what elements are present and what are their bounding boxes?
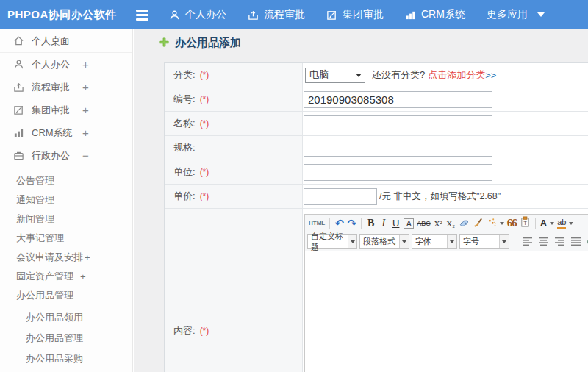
html-source-button[interactable]: HTML (307, 216, 326, 231)
price-format-hint: /元 非中文，如填写格式"2.68" (379, 190, 501, 203)
nav-workflow-approval[interactable]: 流程审批 (248, 8, 305, 21)
clear-format-button[interactable] (485, 216, 506, 231)
brush-icon (473, 217, 484, 230)
superscript-button[interactable]: X² (432, 216, 445, 231)
price-input[interactable] (304, 188, 377, 205)
collapse-minus-icon[interactable]: − (80, 290, 86, 301)
add-category-arrows[interactable]: >> (485, 70, 496, 81)
font-family-select[interactable]: 字体 (412, 234, 457, 249)
required-mark: (*) (200, 118, 209, 129)
required-mark: (*) (200, 326, 209, 336)
caret-down-icon (500, 222, 504, 225)
supplies-add-form: 分类: (*) 电脑 还没有分类? 点击添加分类 >> 编号: (*) (164, 62, 588, 372)
edit-icon (326, 10, 337, 21)
home-icon (12, 35, 25, 46)
nav-more-apps[interactable]: 更多应用 (487, 8, 545, 21)
align-justify-button[interactable] (569, 235, 583, 249)
sidebar-subitem-announcement-mgmt[interactable]: 公告管理 (0, 171, 132, 190)
sidebar-subitem-notice-mgmt[interactable]: 通知管理 (0, 190, 132, 210)
nav-label: 流程审批 (264, 8, 305, 21)
sidebar-subitem-events-mgmt[interactable]: 大事记管理 (0, 229, 132, 248)
expand-plus-icon[interactable]: + (80, 271, 86, 282)
collapse-minus-icon[interactable]: − (82, 149, 89, 162)
align-left-button[interactable] (520, 235, 534, 249)
menu-toggle-icon[interactable] (135, 7, 150, 24)
sidebar-item-desktop[interactable]: 个人桌面 (0, 29, 132, 53)
sidebar-subitem-supplies-purchase[interactable]: 办公用品采购 (15, 348, 132, 369)
nav-crm-system[interactable]: CRM系统 (405, 8, 465, 21)
sidebar-subitem-supplies-stock[interactable]: 办公用品库存 (15, 369, 132, 372)
sidebar-item-workflow-approval[interactable]: 流程审批 + (0, 76, 132, 99)
spec-input[interactable] (304, 140, 492, 157)
clipboard-icon: T (520, 216, 531, 230)
redo-button[interactable]: ↷ (345, 216, 358, 231)
select-caret-icon (348, 235, 356, 248)
align-center-button[interactable] (537, 235, 551, 249)
category-select[interactable]: 电脑 (305, 68, 365, 83)
main-content: 办公用品添加 分类: (*) 电脑 还没有分类? 点击添加分类 >> 编号: (134, 29, 588, 372)
sidebar-subitem-news-mgmt[interactable]: 新闻管理 (0, 210, 132, 229)
nav-group-approval[interactable]: 集团审批 (326, 8, 384, 21)
person-icon (169, 10, 180, 21)
font-size-select[interactable]: 字号 (459, 234, 509, 249)
expand-plus-icon[interactable]: + (85, 252, 90, 263)
add-category-link[interactable]: 点击添加分类 (428, 68, 485, 82)
sidebar: 个人桌面 个人办公 + 流程审批 + 集团审批 + CRM系统 + 行政办公 −… (0, 29, 133, 372)
top-navigation: 个人办公 流程审批 集团审批 CRM系统 更多应用 (169, 8, 545, 21)
format-brush-button[interactable] (471, 216, 485, 231)
bold-button[interactable]: B (365, 216, 377, 231)
underline-button[interactable]: U (390, 216, 402, 231)
name-input[interactable] (304, 115, 492, 132)
admin-office-submenu: 公告管理 通知管理 新闻管理 大事记管理 会议申请及安排+ 固定资产管理+ 办公… (0, 171, 132, 372)
nav-personal-office[interactable]: 个人办公 (169, 8, 226, 21)
select-caret-icon (356, 74, 362, 77)
autoformat-button[interactable]: A (402, 216, 415, 231)
add-plus-icon (159, 37, 169, 50)
link-button[interactable] (585, 235, 588, 249)
sidebar-item-personal-office[interactable]: 个人办公 + (0, 53, 132, 76)
sidebar-item-crm[interactable]: CRM系统 + (0, 121, 132, 144)
italic-button[interactable]: I (377, 216, 390, 231)
strikethrough-button[interactable]: ABC (415, 216, 432, 231)
sidebar-item-label: 行政办公 (32, 149, 70, 162)
nav-label: CRM系统 (421, 8, 465, 21)
price-label: 单价: (173, 190, 196, 203)
form-row-category: 分类: (*) 电脑 还没有分类? 点击添加分类 >> (165, 63, 588, 87)
highlight-color-button[interactable]: ab (556, 216, 575, 231)
sidebar-item-group-approval[interactable]: 集团审批 + (0, 99, 132, 121)
top-header-bar: PHPOA协同办公软件 个人办公 流程审批 集团审批 CRM系统 更多应用 (0, 0, 588, 29)
blockquote-button[interactable]: 66 (506, 216, 518, 231)
sidebar-subitem-supplies-mgmt[interactable]: 办公用品管理− (0, 286, 132, 305)
expand-plus-icon[interactable]: + (82, 58, 89, 71)
edit-icon (12, 104, 25, 115)
editor-content-area[interactable] (305, 251, 588, 372)
spec-label: 规格: (173, 141, 196, 154)
undo-button[interactable]: ↶ (333, 216, 345, 231)
sidebar-subitem-supplies-claim[interactable]: 办公用品领用 (15, 307, 132, 328)
sidebar-item-admin-office[interactable]: 行政办公 − (0, 144, 132, 167)
code-input[interactable] (304, 91, 492, 108)
nav-label: 更多应用 (487, 8, 528, 21)
rich-text-editor: HTML ↶ ↷ B I U A ABC X² X₂ (304, 214, 588, 372)
sidebar-subitem-assets-mgmt[interactable]: 固定资产管理+ (0, 267, 132, 286)
align-right-button[interactable] (553, 235, 567, 249)
sparkle-icon (487, 217, 497, 229)
sidebar-subitem-supplies-manage[interactable]: 办公用品管理 (15, 328, 132, 348)
eraser-button[interactable] (457, 216, 471, 231)
form-row-spec: 规格: (165, 136, 588, 160)
paste-button[interactable]: T (518, 216, 532, 231)
paragraph-format-select[interactable]: 段落格式 (359, 234, 409, 249)
bar-chart-icon (12, 127, 25, 138)
required-mark: (*) (200, 191, 209, 201)
custom-title-select[interactable]: 自定义标题 (307, 234, 357, 249)
sidebar-subitem-meeting-mgmt[interactable]: 会议申请及安排+ (0, 248, 132, 267)
required-mark: (*) (200, 167, 209, 177)
expand-plus-icon[interactable]: + (82, 81, 89, 93)
unit-input[interactable] (304, 164, 492, 181)
form-row-name: 名称: (*) (165, 112, 588, 136)
page-title: 办公用品添加 (159, 36, 241, 50)
expand-plus-icon[interactable]: + (82, 126, 89, 139)
subscript-button[interactable]: X₂ (445, 216, 457, 231)
font-color-button[interactable]: A (539, 216, 556, 231)
expand-plus-icon[interactable]: + (82, 104, 89, 116)
